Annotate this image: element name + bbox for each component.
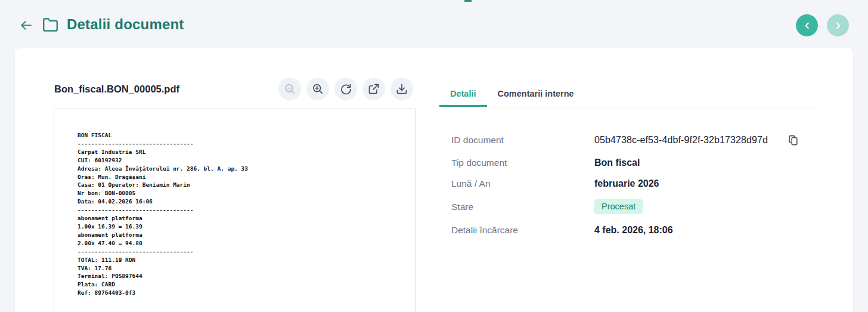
zoom-in-icon bbox=[312, 83, 324, 95]
page-header: Detalii document bbox=[0, 0, 868, 48]
chevron-right-icon bbox=[833, 20, 844, 31]
pdf-filename: Bon_fiscal.BON_00005.pdf bbox=[54, 84, 179, 95]
detail-row-tip-document: Tip document Bon fiscal bbox=[451, 157, 833, 172]
download-button[interactable] bbox=[390, 78, 413, 100]
tab-detalii[interactable]: Detalii bbox=[439, 82, 487, 107]
month-year-value: februarie 2026 bbox=[594, 178, 659, 189]
external-link-icon bbox=[368, 83, 380, 95]
next-document-button[interactable] bbox=[827, 14, 849, 36]
download-icon bbox=[396, 83, 408, 95]
detail-label: Tip document bbox=[451, 157, 507, 168]
detail-row-id-document: ID document 05b4738c-ef53-4dbf-9f2f-32b1… bbox=[451, 135, 833, 149]
detail-label: Detalii încărcare bbox=[451, 225, 518, 236]
arrow-left-icon bbox=[18, 18, 33, 33]
zoom-in-button[interactable] bbox=[306, 78, 329, 100]
receipt-text: BON FISCAL -----------------------------… bbox=[78, 131, 248, 297]
detail-row-detalii-incarcare: Detalii încărcare 4 feb. 2026, 18:06 bbox=[451, 225, 833, 239]
detail-row-luna-an: Lună / An februarie 2026 bbox=[451, 178, 833, 193]
previous-document-button[interactable] bbox=[796, 14, 818, 36]
copy-id-button[interactable] bbox=[787, 134, 799, 146]
back-button[interactable] bbox=[17, 17, 34, 33]
pdf-toolbar bbox=[278, 78, 413, 100]
document-type-value: Bon fiscal bbox=[594, 157, 640, 168]
chevron-left-icon bbox=[802, 20, 813, 31]
rotate-button[interactable] bbox=[334, 78, 357, 100]
tab-comentarii-interne[interactable]: Comentarii interne bbox=[487, 82, 585, 107]
upload-details-value: 4 feb. 2026, 18:06 bbox=[594, 225, 673, 236]
details-tabs: Detalii Comentarii interne bbox=[439, 82, 585, 107]
document-details-card: Bon_fiscal.BON_00005.pdf bbox=[15, 48, 853, 312]
zoom-out-button[interactable] bbox=[278, 78, 301, 100]
copy-icon bbox=[788, 135, 799, 146]
rotate-icon bbox=[340, 83, 352, 95]
pdf-preview[interactable]: BON FISCAL -----------------------------… bbox=[54, 109, 416, 312]
detail-row-stare: Stare Procesat bbox=[451, 202, 833, 216]
page-title: Detalii document bbox=[67, 16, 184, 33]
open-external-button[interactable] bbox=[362, 78, 385, 100]
status-badge: Procesat bbox=[594, 199, 643, 214]
zoom-out-icon bbox=[284, 83, 296, 95]
detail-label: Stare bbox=[451, 202, 473, 212]
detail-label: Lună / An bbox=[451, 178, 491, 189]
detail-label: ID document bbox=[451, 135, 504, 146]
document-id-value: 05b4738c-ef53-4dbf-9f2f-32b17328d97d bbox=[594, 135, 768, 146]
folder-icon bbox=[42, 17, 58, 33]
tabs-divider bbox=[439, 107, 816, 107]
